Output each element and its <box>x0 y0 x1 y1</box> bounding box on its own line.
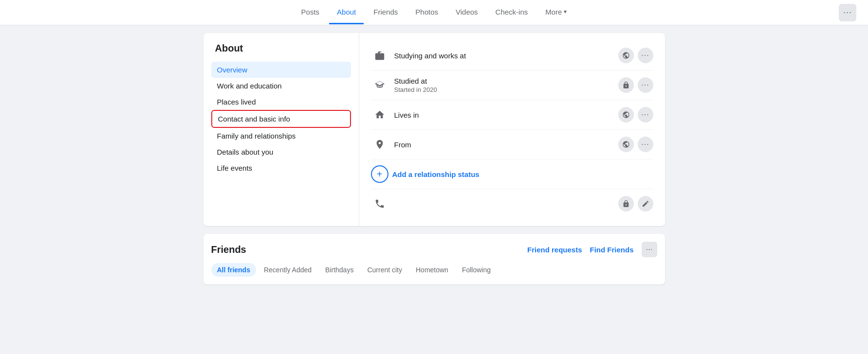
from-main: From <box>394 141 612 149</box>
from-actions: ··· <box>618 137 653 152</box>
pin-icon <box>371 136 388 153</box>
friends-tab-birthdays[interactable]: Birthdays <box>319 263 359 277</box>
lock-privacy-phone[interactable] <box>618 196 634 212</box>
nav-extra: ··· <box>839 4 856 21</box>
friends-tab-all-friends[interactable]: All friends <box>211 263 256 277</box>
sidebar-item-work-education[interactable]: Work and education <box>211 78 351 94</box>
graduation-icon <box>371 76 388 94</box>
add-relationship-label: Add a relationship status <box>392 170 480 178</box>
lives-text: Lives in <box>394 111 612 119</box>
tab-about[interactable]: About <box>329 1 364 24</box>
friends-title: Friends <box>211 244 519 255</box>
edit-phone-button[interactable] <box>638 196 653 212</box>
studied-actions: ··· <box>618 77 653 93</box>
globe-privacy-icon[interactable] <box>618 48 634 63</box>
tab-friends[interactable]: Friends <box>366 1 406 24</box>
top-navigation: Posts About Friends Photos Videos Check-… <box>0 0 868 25</box>
add-relationship-row[interactable]: + Add a relationship status <box>371 159 653 189</box>
studied-sub: Started in 2020 <box>394 86 612 93</box>
globe-privacy-lives[interactable] <box>618 107 634 123</box>
about-sidebar: About Overview Work and education Places… <box>203 33 359 226</box>
info-row-studied: Studied at Started in 2020 ··· <box>371 71 653 100</box>
about-card: About Overview Work and education Places… <box>203 33 665 226</box>
studying-main: Studying and works at <box>394 52 612 60</box>
sidebar-item-family-relationships[interactable]: Family and relationships <box>211 128 351 144</box>
studied-main: Studied at <box>394 77 612 85</box>
find-friends-link[interactable]: Find Friends <box>590 246 634 254</box>
lives-main: Lives in <box>394 111 612 119</box>
info-row-phone <box>371 189 653 218</box>
sidebar-item-life-events[interactable]: Life events <box>211 160 351 176</box>
sidebar-item-overview[interactable]: Overview <box>211 62 351 78</box>
friend-requests-link[interactable]: Friend requests <box>527 246 582 254</box>
friends-tabs: All friends Recently Added Birthdays Cur… <box>211 263 657 277</box>
add-relationship-plus-icon: + <box>371 165 388 183</box>
dots-menu-from[interactable]: ··· <box>638 137 653 152</box>
dots-menu-lives[interactable]: ··· <box>638 107 653 123</box>
friends-card: Friends Friend requests Find Friends ···… <box>203 234 665 284</box>
friends-tab-following[interactable]: Following <box>456 263 497 277</box>
lives-actions: ··· <box>618 107 653 123</box>
studying-text: Studying and works at <box>394 52 612 60</box>
sidebar-item-places-lived[interactable]: Places lived <box>211 94 351 110</box>
main-content: About Overview Work and education Places… <box>196 25 673 292</box>
home-icon <box>371 106 388 124</box>
dots-menu-studying[interactable]: ··· <box>638 48 653 63</box>
friends-tab-current-city[interactable]: Current city <box>361 263 408 277</box>
tab-posts[interactable]: Posts <box>294 1 328 24</box>
about-main: Studying and works at ··· <box>359 33 665 226</box>
studying-actions: ··· <box>618 48 653 63</box>
tab-photos[interactable]: Photos <box>407 1 446 24</box>
studied-text: Studied at Started in 2020 <box>394 77 612 93</box>
info-row-studying: Studying and works at ··· <box>371 41 653 71</box>
friends-header: Friends Friend requests Find Friends ··· <box>211 242 657 257</box>
lock-privacy-studied[interactable] <box>618 77 634 93</box>
sidebar-item-details-about-you[interactable]: Details about you <box>211 144 351 160</box>
nav-tabs: Posts About Friends Photos Videos Check-… <box>294 1 575 24</box>
briefcase-icon <box>371 47 388 64</box>
info-row-lives: Lives in ··· <box>371 100 653 130</box>
phone-actions <box>618 196 653 212</box>
about-title: About <box>211 41 351 56</box>
from-text: From <box>394 141 612 149</box>
globe-privacy-from[interactable] <box>618 137 634 152</box>
more-options-button[interactable]: ··· <box>839 4 856 21</box>
tab-videos[interactable]: Videos <box>448 1 486 24</box>
friends-tab-recently-added[interactable]: Recently Added <box>258 263 317 277</box>
phone-icon <box>371 195 388 212</box>
sidebar-item-contact-basic-info[interactable]: Contact and basic info <box>211 110 351 128</box>
tab-more[interactable]: More ▾ <box>537 1 574 24</box>
dots-menu-studied[interactable]: ··· <box>638 77 653 93</box>
friends-tab-hometown[interactable]: Hometown <box>410 263 454 277</box>
friends-more-options-button[interactable]: ··· <box>642 242 657 257</box>
tab-checkins[interactable]: Check-ins <box>488 1 536 24</box>
info-row-from: From ··· <box>371 130 653 159</box>
